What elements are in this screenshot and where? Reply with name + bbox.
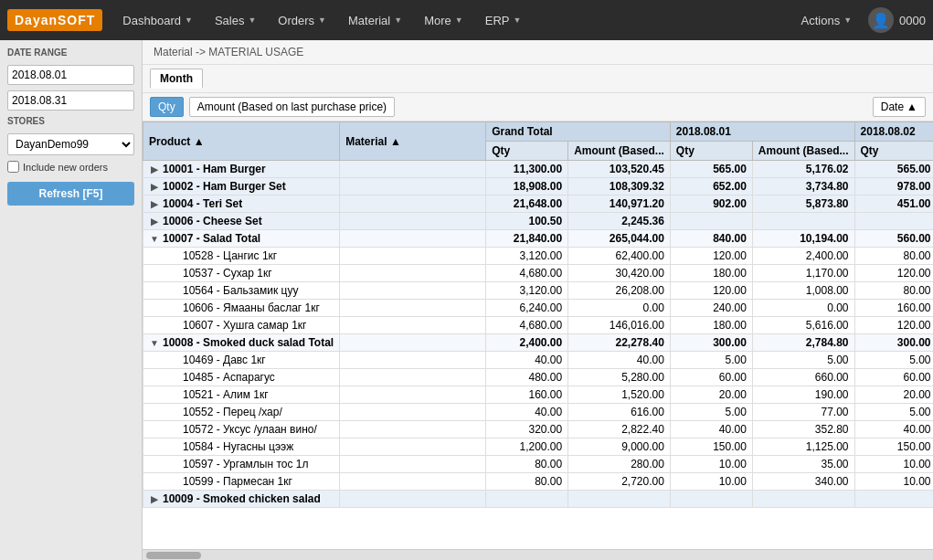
expand-icon[interactable]: ▶	[149, 199, 160, 210]
material-cell	[340, 317, 486, 334]
d2-qty-cell: 5.00	[854, 404, 933, 421]
refresh-button[interactable]: Refresh [F5]	[7, 182, 134, 206]
table-row: 10599 - Пармесан 1кг 80.00 2,720.00 10.0…	[143, 473, 934, 491]
d1-qty-cell: 10.00	[670, 456, 752, 473]
grand-amt-cell: 616.00	[568, 404, 671, 421]
grand-amt-cell: 2,720.00	[568, 473, 671, 491]
d2-qty-cell: 5.00	[854, 352, 933, 369]
table-row: ▶10009 - Smoked chicken salad	[143, 491, 934, 508]
th-d2-qty: Qty	[854, 142, 933, 161]
grand-qty-cell: 3,120.00	[486, 282, 568, 300]
nav-more[interactable]: More ▼	[415, 8, 472, 33]
nav-sales[interactable]: Sales ▼	[206, 8, 265, 33]
product-cell: 10485 - Аспарагус	[143, 369, 340, 386]
d1-amt-cell: 10,194.00	[752, 230, 854, 248]
table-row: 10584 - Нугасны цээж 1,200.00 9,000.00 1…	[143, 438, 934, 456]
grand-amt-cell: 108,309.32	[568, 178, 671, 195]
include-new-orders-label: Include new orders	[23, 162, 108, 173]
d1-amt-cell: 0.00	[752, 300, 854, 317]
grand-qty-cell: 2,400.00	[486, 334, 568, 352]
grand-qty-cell: 80.00	[486, 473, 568, 491]
d2-qty-cell: 978.00	[854, 178, 933, 195]
table-row: 10597 - Ургамлын тос 1л 80.00 280.00 10.…	[143, 456, 934, 473]
grand-amt-cell: 2,822.40	[568, 421, 671, 438]
expand-icon[interactable]: ▶	[149, 164, 160, 175]
grand-amt-cell: 22,278.40	[568, 334, 671, 352]
sort-asc-icon: ▲	[906, 100, 917, 113]
table-row: 10485 - Аспарагус 480.00 5,280.00 60.00 …	[143, 369, 934, 386]
product-cell: 10552 - Перец /хар/	[143, 404, 340, 421]
include-new-orders-checkbox[interactable]	[7, 161, 19, 173]
stores-label: STORES	[7, 116, 134, 126]
grand-amt-cell	[568, 491, 671, 508]
avatar: 👤	[868, 7, 894, 33]
d2-qty-cell: 150.00	[854, 438, 933, 456]
d2-qty-cell: 20.00	[854, 386, 933, 404]
actions-menu[interactable]: Actions ▼	[792, 8, 862, 33]
product-cell: 10597 - Ургамлын тос 1л	[143, 456, 340, 473]
date-sort-button[interactable]: Date ▲	[873, 97, 926, 117]
table-wrapper[interactable]: Product ▲ Material ▲ Grand Total 2018.08…	[143, 122, 933, 549]
table-row: 10607 - Хушга самар 1кг 4,680.00 146,016…	[143, 317, 934, 334]
grand-qty-cell: 11,300.00	[486, 161, 568, 178]
product-cell: ▶10009 - Smoked chicken salad	[143, 491, 340, 508]
grand-amt-cell: 2,245.36	[568, 213, 671, 230]
expand-icon[interactable]: ▼	[149, 234, 160, 245]
expand-icon[interactable]: ▶	[149, 217, 160, 227]
horizontal-scrollbar[interactable]	[143, 549, 933, 560]
d2-qty-cell: 80.00	[854, 282, 933, 300]
material-cell	[340, 248, 486, 265]
metric-amount-button[interactable]: Amount (Based on last purchase price)	[189, 97, 395, 117]
grand-qty-cell: 160.00	[486, 386, 568, 404]
table-row: 10552 - Перец /хар/ 40.00 616.00 5.00 77…	[143, 404, 934, 421]
table-row: ▶10006 - Cheese Set 100.50 2,245.36	[143, 213, 934, 230]
th-d1-qty: Qty	[670, 142, 752, 161]
d2-qty-cell: 451.00	[854, 195, 933, 213]
nav-right: Actions ▼ 👤 0000	[792, 7, 926, 33]
material-cell	[340, 421, 486, 438]
d1-qty-cell: 180.00	[670, 317, 752, 334]
scrollbar-thumb[interactable]	[146, 552, 201, 559]
stores-select[interactable]: DayanDemo99	[7, 133, 134, 155]
date-to-input[interactable]	[7, 90, 134, 111]
d1-qty-cell: 180.00	[670, 265, 752, 282]
table-row: 10564 - Бальзамик цуу 3,120.00 26,208.00…	[143, 282, 934, 300]
d1-qty-cell: 120.00	[670, 282, 752, 300]
chevron-down-icon: ▼	[843, 16, 852, 25]
material-cell	[340, 491, 486, 508]
material-cell	[340, 282, 486, 300]
grand-qty-cell: 100.50	[486, 213, 568, 230]
expand-icon[interactable]: ▶	[149, 182, 160, 193]
material-cell	[340, 456, 486, 473]
grand-amt-cell: 140,971.20	[568, 195, 671, 213]
d2-qty-cell	[854, 213, 933, 230]
metric-qty-button[interactable]: Qty	[150, 97, 184, 117]
expand-icon[interactable]: ▶	[149, 494, 160, 505]
material-cell	[340, 230, 486, 248]
nav-erp[interactable]: ERP ▼	[476, 8, 531, 33]
grand-qty-cell	[486, 491, 568, 508]
th-product[interactable]: Product ▲	[143, 122, 340, 161]
th-grand-amt: Amount (Based...	[568, 142, 671, 161]
d1-qty-cell: 40.00	[670, 421, 752, 438]
user-menu[interactable]: 👤 0000	[868, 7, 926, 33]
grand-amt-cell: 5,280.00	[568, 369, 671, 386]
nav-orders[interactable]: Orders ▼	[269, 8, 335, 33]
nav-dashboard[interactable]: Dashboard ▼	[113, 8, 202, 33]
d1-amt-cell: 2,400.00	[752, 248, 854, 265]
d1-amt-cell	[752, 491, 854, 508]
expand-icon[interactable]: ▼	[149, 338, 160, 349]
nav-material[interactable]: Material ▼	[339, 8, 411, 33]
table-row: ▼10007 - Salad Total 21,840.00 265,044.0…	[143, 230, 934, 248]
d1-qty-cell: 240.00	[670, 300, 752, 317]
material-cell	[340, 300, 486, 317]
date-from-input[interactable]	[7, 65, 134, 85]
table-row: 10537 - Сухар 1кг 4,680.00 30,420.00 180…	[143, 265, 934, 282]
product-cell: 10607 - Хушга самар 1кг	[143, 317, 340, 334]
d1-qty-cell: 20.00	[670, 386, 752, 404]
th-material[interactable]: Material ▲	[340, 122, 486, 161]
grand-qty-cell: 6,240.00	[486, 300, 568, 317]
table-row: ▼10008 - Smoked duck salad Total 2,400.0…	[143, 334, 934, 352]
d1-qty-cell: 150.00	[670, 438, 752, 456]
tab-month[interactable]: Month	[150, 69, 203, 89]
